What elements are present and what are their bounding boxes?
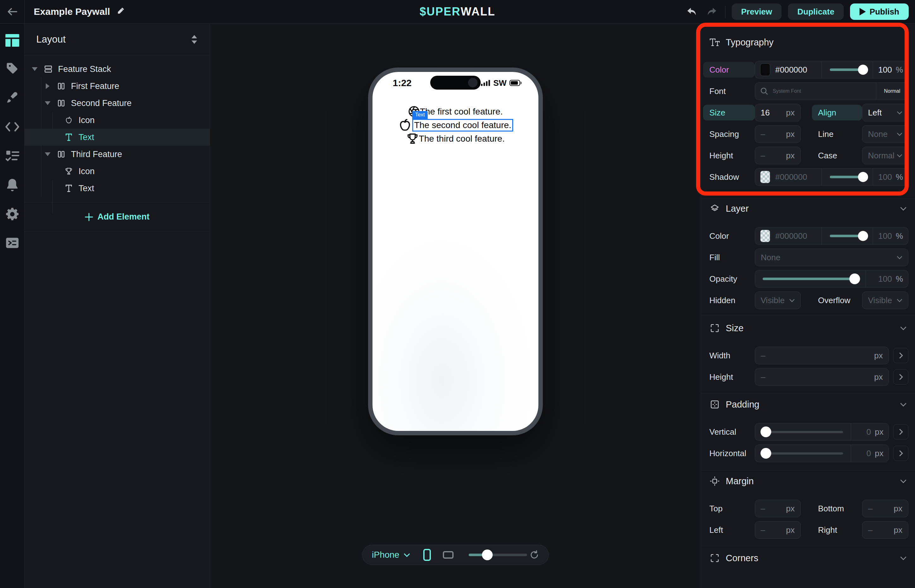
- height-expand-button[interactable]: [893, 369, 909, 384]
- overflow-select[interactable]: Visible: [862, 291, 909, 309]
- tree-item-icon-2[interactable]: Icon: [24, 111, 210, 129]
- margin-top-input[interactable]: – px: [755, 500, 801, 517]
- slider-thumb[interactable]: [858, 231, 868, 241]
- vertical-padding-expand-button[interactable]: [893, 424, 909, 439]
- line-height-value[interactable]: –: [761, 151, 765, 161]
- spacing-value[interactable]: –: [761, 129, 765, 139]
- shadow-hex-group[interactable]: #000000: [755, 168, 821, 186]
- opacity-number[interactable]: 100: [878, 172, 892, 182]
- size-chip[interactable]: Size: [703, 105, 755, 121]
- line-style-select[interactable]: None: [862, 125, 909, 143]
- sidebar-item-settings[interactable]: [0, 205, 24, 224]
- sidebar-item-code[interactable]: [0, 117, 24, 136]
- edit-title-button[interactable]: [117, 8, 125, 16]
- vertical-padding-slider[interactable]: [755, 423, 850, 440]
- margin-right-input[interactable]: – px: [862, 521, 909, 539]
- color-variable-chip[interactable]: Color: [703, 62, 755, 78]
- margin-header[interactable]: Margin: [701, 471, 915, 491]
- portrait-orientation-button[interactable]: [423, 549, 431, 561]
- color-opacity-value[interactable]: 100 %: [873, 61, 908, 78]
- shadow-hex-value[interactable]: #000000: [775, 172, 807, 182]
- sidebar-item-notifications[interactable]: [0, 176, 24, 195]
- layer-color-hex-group[interactable]: #000000: [755, 228, 821, 244]
- chevron-down-icon[interactable]: [900, 556, 907, 560]
- feature-text[interactable]: The first cool feature.: [420, 107, 503, 117]
- sidebar-item-theme[interactable]: [0, 89, 24, 108]
- width-expand-button[interactable]: [893, 348, 909, 363]
- tree-item-icon-3[interactable]: Icon: [24, 163, 210, 180]
- layer-color-swatch[interactable]: [760, 229, 770, 242]
- layer-color-opacity-slider[interactable]: [821, 228, 873, 244]
- tree-item-text-3[interactable]: Text: [24, 180, 210, 197]
- chevron-down-icon[interactable]: [900, 207, 907, 211]
- height-input[interactable]: – px: [755, 368, 889, 386]
- canvas-zoom-slider[interactable]: [469, 554, 527, 556]
- margin-right-value[interactable]: –: [868, 525, 872, 535]
- hidden-select[interactable]: Visible: [755, 291, 801, 309]
- phone-screen[interactable]: 1:22 SW: [373, 72, 538, 431]
- layer-header[interactable]: Layer: [701, 199, 915, 218]
- refresh-icon[interactable]: [529, 550, 539, 560]
- slider-thumb[interactable]: [858, 65, 868, 75]
- margin-left-value[interactable]: –: [761, 525, 765, 535]
- redo-icon[interactable]: [705, 5, 719, 19]
- selected-element-outline[interactable]: Text The second cool feature.: [412, 119, 513, 132]
- shadow-opacity-value[interactable]: 100 %: [873, 168, 908, 186]
- sidebar-item-products[interactable]: [0, 59, 24, 78]
- padding-number[interactable]: 0: [867, 427, 871, 437]
- font-size-value[interactable]: 16: [761, 108, 770, 118]
- slider-thumb[interactable]: [858, 172, 868, 182]
- width-input[interactable]: – px: [755, 347, 889, 364]
- canvas[interactable]: 1:22 SW: [210, 24, 701, 588]
- chevron-down-icon[interactable]: [900, 326, 907, 330]
- device-selector[interactable]: iPhone: [372, 550, 410, 560]
- layer-color-opacity-value[interactable]: 100 %: [873, 228, 908, 244]
- duplicate-button[interactable]: Duplicate: [788, 3, 844, 20]
- opacity-slider[interactable]: [755, 270, 865, 288]
- feature-row-2[interactable]: Text The second cool feature.: [398, 118, 513, 132]
- font-size-input[interactable]: 16 px: [755, 104, 801, 121]
- tree-item-first-feature[interactable]: First Feature: [24, 78, 210, 95]
- sidebar-item-console[interactable]: [0, 233, 24, 252]
- typography-header[interactable]: Typography: [701, 32, 915, 52]
- zoom-slider-thumb[interactable]: [482, 549, 493, 560]
- undo-icon[interactable]: [685, 5, 699, 19]
- color-opacity-slider[interactable]: [821, 61, 873, 78]
- margin-bottom-value[interactable]: –: [868, 504, 872, 514]
- opacity-number[interactable]: 100: [878, 231, 892, 241]
- layer-color-hex-value[interactable]: #000000: [775, 231, 807, 241]
- preview-button[interactable]: Preview: [732, 3, 781, 20]
- margin-bottom-input[interactable]: – px: [862, 500, 909, 517]
- vertical-padding-value[interactable]: 0 px: [850, 423, 889, 440]
- sort-icon[interactable]: [191, 35, 198, 44]
- color-hex-group[interactable]: #000000: [755, 61, 821, 78]
- horizontal-padding-value[interactable]: 0 px: [850, 445, 889, 462]
- fill-select[interactable]: None: [755, 249, 909, 266]
- margin-top-value[interactable]: –: [761, 504, 765, 514]
- corners-header[interactable]: Corners: [701, 548, 915, 568]
- opacity-value[interactable]: 100 %: [865, 270, 908, 288]
- slider-thumb[interactable]: [760, 426, 771, 437]
- width-value[interactable]: –: [761, 351, 765, 360]
- horizontal-padding-slider[interactable]: [755, 445, 850, 462]
- margin-left-input[interactable]: – px: [755, 521, 801, 539]
- opacity-number[interactable]: 100: [878, 274, 892, 284]
- color-swatch[interactable]: [760, 63, 770, 76]
- back-button[interactable]: [0, 0, 24, 23]
- opacity-number[interactable]: 100: [878, 65, 892, 75]
- caret-right-icon[interactable]: [45, 83, 51, 89]
- slider-thumb[interactable]: [849, 273, 860, 284]
- padding-header[interactable]: Padding: [701, 395, 915, 414]
- chevron-down-icon[interactable]: [900, 402, 907, 407]
- publish-button[interactable]: Publish: [850, 3, 909, 20]
- color-hex-value[interactable]: #000000: [775, 65, 807, 75]
- align-chip[interactable]: Align: [812, 105, 862, 121]
- sidebar-item-layout[interactable]: [0, 31, 24, 50]
- align-select[interactable]: Left: [862, 104, 909, 121]
- padding-number[interactable]: 0: [867, 449, 871, 458]
- horizontal-padding-expand-button[interactable]: [893, 446, 909, 461]
- feature-row-3[interactable]: The third cool feature.: [406, 132, 505, 145]
- font-search-field[interactable]: System Font: [755, 82, 876, 100]
- slider-thumb[interactable]: [760, 448, 771, 459]
- feature-text[interactable]: The third cool feature.: [419, 134, 505, 144]
